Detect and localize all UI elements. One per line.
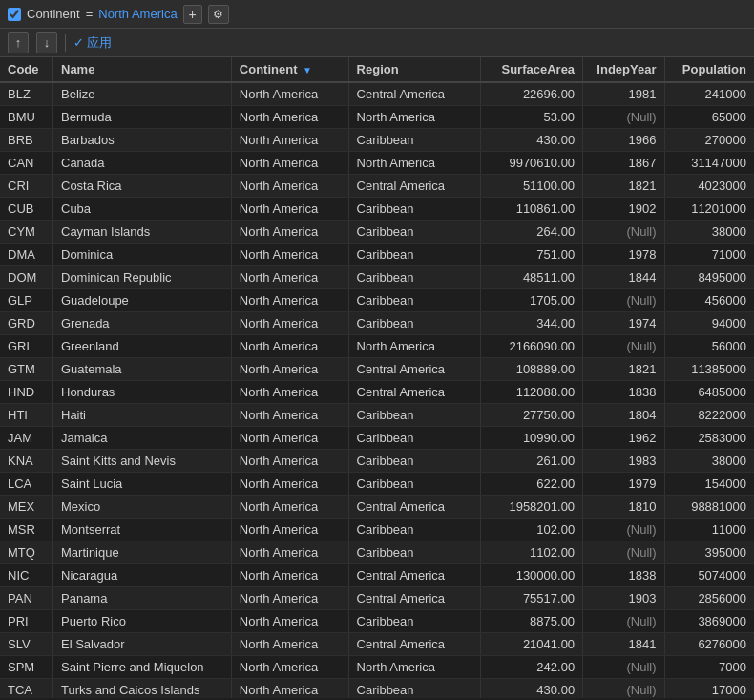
table-row[interactable]: GRDGrenadaNorth AmericaCaribbean344.0019… [0,312,754,335]
table-row[interactable]: SLVEl SalvadorNorth AmericaCentral Ameri… [0,633,754,656]
table-row[interactable]: NICNicaraguaNorth AmericaCentral America… [0,564,754,587]
table-row[interactable]: DOMDominican RepublicNorth AmericaCaribb… [0,266,754,289]
table-row[interactable]: GTMGuatemalaNorth AmericaCentral America… [0,358,754,381]
table-row[interactable]: SPMSaint Pierre and MiquelonNorth Americ… [0,656,754,679]
check-icon: ✓ [73,35,84,50]
table-row[interactable]: MEXMexicoNorth AmericaCentral America195… [0,496,754,519]
col-header-continent[interactable]: Continent ▼ [231,57,348,82]
filter-operator: = [86,7,94,21]
table-row[interactable]: BLZBelizeNorth AmericaCentral America226… [0,82,754,106]
table-row[interactable]: HNDHondurasNorth AmericaCentral America1… [0,381,754,404]
col-header-region[interactable]: Region [348,57,481,82]
col-header-name[interactable]: Name [53,57,232,82]
table-row[interactable]: BMUBermudaNorth AmericaNorth America53.0… [0,106,754,129]
continent-filter-icon: ▼ [303,65,312,75]
col-header-indepyear[interactable]: IndepYear [583,57,664,82]
data-table-container: Code Name Continent ▼ Region SurfaceArea… [0,57,754,698]
table-row[interactable]: MSRMontserratNorth AmericaCaribbean102.0… [0,519,754,541]
sort-asc-button[interactable]: ↑ [8,32,29,53]
data-table: Code Name Continent ▼ Region SurfaceArea… [0,57,754,698]
table-row[interactable]: CUBCubaNorth AmericaCaribbean110861.0019… [0,198,754,221]
table-row[interactable]: GRLGreenlandNorth AmericaNorth America21… [0,335,754,358]
filter-bar: Continent = North America + ⚙ [0,0,754,29]
table-row[interactable]: PRIPuerto RicoNorth AmericaCaribbean8875… [0,610,754,633]
table-row[interactable]: JAMJamaicaNorth AmericaCaribbean10990.00… [0,427,754,450]
col-header-code[interactable]: Code [0,57,53,82]
table-row[interactable]: TCATurks and Caicos IslandsNorth America… [0,679,754,699]
filter-value: North America [98,7,177,21]
add-filter-button[interactable]: + [183,5,202,24]
toolbar: ↑ ↓ ✓ 应用 [0,29,754,57]
filter-settings-button[interactable]: ⚙ [208,5,229,24]
table-row[interactable]: CANCanadaNorth AmericaNorth America99706… [0,152,754,175]
col-header-surfacearea[interactable]: SurfaceArea [481,57,583,82]
table-row[interactable]: HTIHaitiNorth AmericaCaribbean27750.0018… [0,404,754,427]
table-body: BLZBelizeNorth AmericaCentral America226… [0,82,754,698]
apply-button[interactable]: ✓ 应用 [73,34,112,52]
table-row[interactable]: LCASaint LuciaNorth AmericaCaribbean622.… [0,473,754,496]
table-row[interactable]: BRBBarbadosNorth AmericaCaribbean430.001… [0,129,754,152]
sort-desc-button[interactable]: ↓ [36,32,57,53]
table-row[interactable]: DMADominicaNorth AmericaCaribbean751.001… [0,244,754,266]
table-row[interactable]: GLPGuadeloupeNorth AmericaCaribbean1705.… [0,289,754,312]
filter-field-label: Continent [27,7,80,21]
toolbar-separator [65,34,66,52]
apply-label: 应用 [87,34,112,52]
table-row[interactable]: PANPanamaNorth AmericaCentral America755… [0,587,754,610]
table-row[interactable]: CYMCayman IslandsNorth AmericaCaribbean2… [0,221,754,244]
col-header-population[interactable]: Population [664,57,754,82]
table-header-row: Code Name Continent ▼ Region SurfaceArea… [0,57,754,82]
filter-checkbox[interactable] [8,8,21,21]
table-row[interactable]: CRICosta RicaNorth AmericaCentral Americ… [0,175,754,198]
table-row[interactable]: KNASaint Kitts and NevisNorth AmericaCar… [0,450,754,473]
table-row[interactable]: MTQMartiniqueNorth AmericaCaribbean1102.… [0,541,754,564]
